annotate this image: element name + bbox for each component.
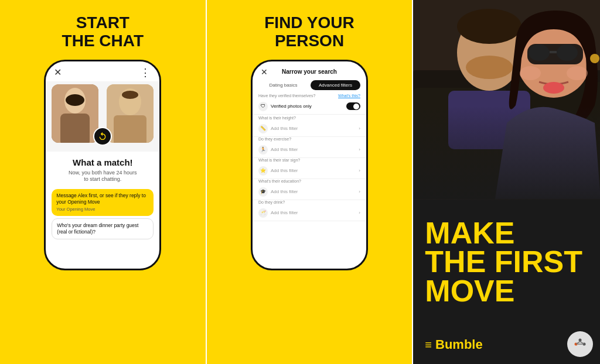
match-subtext: Now, you both have 24 hours to start cha… bbox=[53, 170, 152, 183]
match-headline: What a match! bbox=[53, 157, 152, 167]
whats-this-link[interactable]: What's this? bbox=[338, 94, 360, 98]
star-section-label: What is their star sign? bbox=[253, 158, 366, 162]
panel-find-person: FIND YOUR PERSON ✕ Narrow your search Da… bbox=[206, 0, 414, 364]
panel3-text-area: MAKE THE FIRST MOVE bbox=[413, 219, 600, 305]
exercise-chevron-icon: › bbox=[359, 147, 360, 152]
phone-top-bar: ✕ ⋮ bbox=[46, 61, 159, 81]
tab-dating-basics[interactable]: Dating basics bbox=[258, 80, 308, 90]
exercise-row-left: 🏃 Add this filter bbox=[258, 145, 298, 154]
filter-screen-title: Narrow your search bbox=[282, 68, 337, 75]
settings-icon bbox=[573, 337, 587, 351]
education-icon: 🎓 bbox=[258, 187, 268, 197]
message-prompt-box: Message Alex first, or see if they reply… bbox=[52, 189, 154, 216]
education-filter-row[interactable]: 🎓 Add this filter › bbox=[253, 184, 366, 200]
message-prompt-text: Message Alex first, or see if they reply… bbox=[56, 193, 149, 205]
drink-section-label: Do they drink? bbox=[253, 200, 366, 204]
match-photos-area bbox=[46, 81, 159, 152]
exercise-section-label: Do they exercise? bbox=[253, 137, 366, 141]
svg-rect-2 bbox=[60, 114, 90, 143]
drink-icon: 🥂 bbox=[258, 208, 268, 218]
match-photo-right bbox=[107, 84, 154, 143]
svg-point-7 bbox=[122, 91, 138, 99]
drink-filter-row[interactable]: 🥂 Add this filter › bbox=[253, 205, 366, 221]
phone-mockup-1: ✕ ⋮ bbox=[44, 60, 161, 270]
star-icon: ⭐ bbox=[258, 166, 268, 176]
svg-point-27 bbox=[579, 339, 582, 342]
star-chevron-icon: › bbox=[359, 168, 360, 173]
education-section-label: What's their education? bbox=[253, 179, 366, 183]
verified-question: Have they verified themselves? bbox=[258, 94, 315, 98]
drink-chevron-icon: › bbox=[359, 210, 360, 215]
education-chevron-icon: › bbox=[359, 189, 360, 194]
verified-section-label: Have they verified themselves? What's th… bbox=[253, 94, 366, 98]
drink-row-left: 🥂 Add this filter bbox=[258, 208, 298, 218]
tab-advanced-filters[interactable]: Advanced filters bbox=[311, 80, 360, 90]
height-icon: 📏 bbox=[258, 124, 268, 133]
panel2-title: FIND YOUR PERSON bbox=[264, 14, 354, 50]
exercise-filter-row[interactable]: 🏃 Add this filter › bbox=[253, 142, 366, 158]
exercise-add-text: Add this filter bbox=[271, 147, 298, 152]
panel3-headline: MAKE THE FIRST MOVE bbox=[425, 219, 588, 305]
panel-make-first-move: MAKE THE FIRST MOVE ≡ Bumble bbox=[413, 0, 600, 364]
panel1-title: START THE CHAT bbox=[62, 14, 144, 50]
education-add-text: Add this filter bbox=[271, 189, 298, 194]
education-row-left: 🎓 Add this filter bbox=[258, 187, 298, 197]
star-row-left: ⭐ Add this filter bbox=[258, 166, 298, 176]
drink-add-text: Add this filter bbox=[271, 210, 298, 215]
bumble-brand: ≡ Bumble bbox=[425, 337, 482, 352]
panel-start-chat: START THE CHAT ✕ ⋮ bbox=[0, 0, 206, 364]
more-options-icon[interactable]: ⋮ bbox=[140, 66, 151, 79]
filter-top-bar: ✕ Narrow your search bbox=[253, 61, 366, 80]
dream-dinner-box[interactable]: Who's your dream dinner party guest (rea… bbox=[52, 218, 154, 239]
height-row-left: 📏 Add this filter bbox=[258, 124, 298, 133]
star-filter-row[interactable]: ⭐ Add this filter › bbox=[253, 163, 366, 179]
bumble-brand-name: Bumble bbox=[435, 337, 483, 352]
match-text-area: What a match! Now, you both have 24 hour… bbox=[46, 152, 159, 186]
verified-shield-icon: 🛡 bbox=[258, 102, 268, 111]
svg-rect-6 bbox=[114, 115, 146, 143]
opening-move-label: Your Opening Move bbox=[56, 207, 149, 212]
verified-row-left: 🛡 Verified photos only bbox=[258, 102, 312, 111]
svg-point-3 bbox=[66, 94, 84, 106]
filter-close-icon[interactable]: ✕ bbox=[261, 67, 268, 77]
verified-photos-row: 🛡 Verified photos only bbox=[253, 99, 366, 115]
star-add-text: Add this filter bbox=[271, 168, 298, 173]
height-chevron-icon: › bbox=[359, 126, 360, 131]
phone-mockup-2: ✕ Narrow your search Dating basics Advan… bbox=[251, 60, 368, 270]
match-photo-left bbox=[52, 84, 98, 143]
height-section-label: What is their height? bbox=[253, 116, 366, 120]
verified-label: Verified photos only bbox=[271, 104, 312, 109]
close-icon[interactable]: ✕ bbox=[54, 67, 62, 78]
photo-gradient-overlay bbox=[413, 0, 600, 211]
verified-toggle[interactable] bbox=[346, 102, 360, 110]
height-filter-row[interactable]: 📏 Add this filter › bbox=[253, 121, 366, 137]
bumble-logo-lines-icon: ≡ bbox=[425, 338, 432, 352]
match-rewind-icon bbox=[93, 127, 112, 146]
height-add-text: Add this filter bbox=[271, 126, 298, 131]
exercise-icon: 🏃 bbox=[258, 145, 268, 154]
filter-tabs: Dating basics Advanced filters bbox=[258, 80, 360, 90]
dream-dinner-text: Who's your dream dinner party guest (rea… bbox=[57, 222, 138, 235]
settings-badge[interactable] bbox=[567, 331, 593, 357]
